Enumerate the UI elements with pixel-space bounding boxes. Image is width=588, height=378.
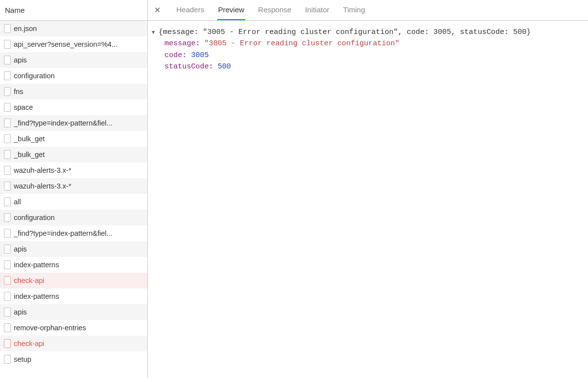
request-item[interactable]: all: [0, 194, 147, 210]
detail-panel: ✕ Headers Preview Response Initiator Tim…: [148, 0, 588, 378]
file-icon: [4, 323, 11, 332]
request-name: wazuh-alerts-3.x-*: [14, 166, 143, 174]
name-header-label: Name: [5, 6, 25, 14]
tab-headers[interactable]: Headers: [175, 0, 205, 20]
tab-response[interactable]: Response: [257, 0, 293, 20]
detail-tabs: ✕ Headers Preview Response Initiator Tim…: [148, 0, 588, 21]
prop-key: message: [164, 39, 196, 48]
tab-preview[interactable]: Preview: [217, 0, 245, 20]
file-icon: [4, 308, 11, 316]
request-list-panel: Name en.jsonapi_server?sense_version=%4.…: [0, 0, 148, 378]
request-item[interactable]: configuration: [0, 210, 147, 225]
file-icon: [4, 245, 11, 253]
request-name: index-patterns: [14, 261, 143, 269]
request-item[interactable]: api_server?sense_version=%4...: [0, 36, 147, 52]
request-item[interactable]: wazuh-alerts-3.x-*: [0, 178, 147, 194]
request-name: en.json: [14, 25, 143, 32]
prop-code[interactable]: code: 3005: [152, 50, 584, 61]
request-item[interactable]: _bulk_get: [0, 147, 147, 162]
file-icon: [4, 213, 11, 222]
request-name: remove-orphan-entries: [14, 324, 143, 332]
request-item[interactable]: check-api: [0, 336, 147, 351]
file-icon: [4, 292, 11, 301]
preview-body: ▼ {message: "3005 - Error reading cluste…: [148, 21, 588, 378]
request-list: en.jsonapi_server?sense_version=%4...api…: [0, 21, 147, 378]
name-column-header[interactable]: Name: [0, 0, 147, 21]
prop-value: "3005 - Error reading cluster configurat…: [204, 39, 399, 48]
request-name: index-patterns: [14, 292, 143, 300]
request-item[interactable]: space: [0, 99, 147, 115]
devtools-network-panel: Name en.jsonapi_server?sense_version=%4.…: [0, 0, 588, 378]
request-name: wazuh-alerts-3.x-*: [14, 182, 143, 190]
request-name: _find?type=index-pattern&fiel...: [14, 229, 143, 237]
prop-statuscode[interactable]: statusCode: 500: [152, 61, 584, 72]
request-name: apis: [14, 308, 143, 316]
file-icon: [4, 119, 11, 127]
request-item[interactable]: apis: [0, 304, 147, 320]
prop-key: statusCode: [164, 63, 209, 71]
file-icon: [4, 229, 11, 238]
close-icon[interactable]: ✕: [153, 6, 162, 15]
request-name: setup: [14, 355, 143, 363]
file-icon: [4, 260, 11, 269]
request-name: apis: [14, 56, 143, 64]
request-item[interactable]: _find?type=index-pattern&fiel...: [0, 115, 147, 131]
request-name: check-api: [14, 340, 143, 347]
file-icon: [4, 182, 11, 190]
request-name: configuration: [14, 214, 143, 221]
request-name: fns: [14, 88, 143, 95]
request-name: _find?type=index-pattern&fiel...: [14, 119, 143, 127]
file-icon: [4, 339, 11, 348]
expand-caret-icon[interactable]: ▼: [152, 29, 158, 37]
request-name: check-api: [14, 277, 143, 284]
request-item[interactable]: fns: [0, 84, 147, 99]
file-icon: [4, 103, 11, 112]
request-name: configuration: [14, 72, 143, 80]
prop-value: 3005: [191, 51, 209, 60]
request-name: api_server?sense_version=%4...: [14, 40, 143, 48]
object-summary: {message: "3005 - Error reading cluster …: [159, 27, 531, 38]
prop-value: 500: [218, 63, 231, 71]
request-item[interactable]: index-patterns: [0, 257, 147, 273]
request-item[interactable]: check-api: [0, 273, 147, 288]
file-icon: [4, 87, 11, 96]
request-item[interactable]: apis: [0, 241, 147, 257]
tab-initiator[interactable]: Initiator: [304, 0, 330, 20]
request-item[interactable]: _find?type=index-pattern&fiel...: [0, 225, 147, 241]
file-icon: [4, 40, 11, 49]
request-item[interactable]: index-patterns: [0, 288, 147, 304]
request-item[interactable]: _bulk_get: [0, 131, 147, 147]
file-icon: [4, 134, 11, 143]
request-item[interactable]: configuration: [0, 68, 147, 84]
object-summary-row[interactable]: ▼ {message: "3005 - Error reading cluste…: [152, 27, 584, 38]
request-item[interactable]: en.json: [0, 21, 147, 36]
file-icon: [4, 197, 11, 206]
tab-timing[interactable]: Timing: [342, 0, 366, 20]
request-item[interactable]: remove-orphan-entries: [0, 320, 147, 336]
prop-key: code: [164, 51, 182, 60]
request-item[interactable]: setup: [0, 351, 147, 367]
file-icon: [4, 276, 11, 285]
request-item[interactable]: wazuh-alerts-3.x-*: [0, 162, 147, 178]
request-item[interactable]: apis: [0, 52, 147, 68]
request-name: _bulk_get: [14, 135, 143, 143]
file-icon: [4, 56, 11, 64]
file-icon: [4, 150, 11, 159]
file-icon: [4, 71, 11, 80]
request-name: all: [14, 198, 143, 206]
file-icon: [4, 166, 11, 175]
request-name: apis: [14, 245, 143, 253]
request-name: space: [14, 103, 143, 111]
request-name: _bulk_get: [14, 151, 143, 158]
prop-message[interactable]: message: "3005 - Error reading cluster c…: [152, 38, 584, 49]
file-icon: [4, 355, 11, 364]
file-icon: [4, 24, 11, 33]
